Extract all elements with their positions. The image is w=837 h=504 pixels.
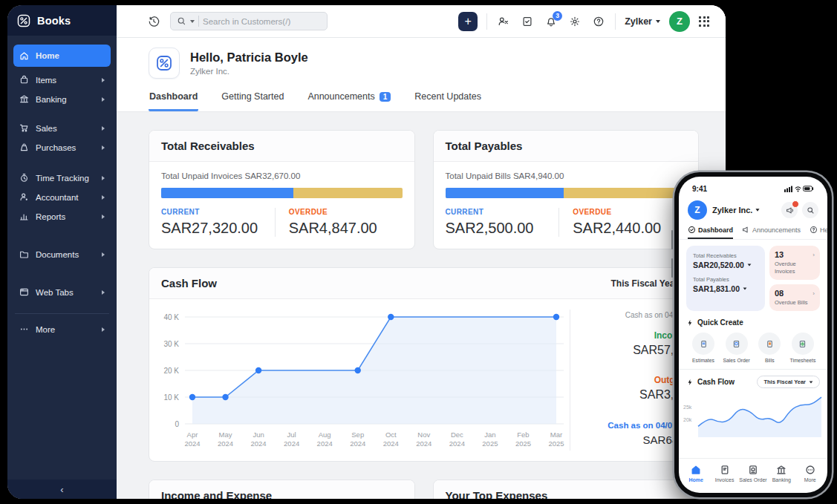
refer-users-button[interactable] [496, 14, 511, 29]
payables-value-dropdown[interactable]: SAR1,831.00 [693, 284, 758, 293]
cash-flow-chart: 010 K20 K30 K40 KApr2024May2024Jun2024Ju… [149, 299, 570, 461]
tab-dashboard[interactable]: Dashboard [149, 85, 198, 111]
home-icon [19, 51, 29, 61]
recent-activities-button[interactable] [146, 14, 161, 29]
phone-org-dropdown[interactable]: Zylker Inc. [712, 206, 760, 215]
collapse-chevron-icon: ‹ [60, 484, 63, 495]
top-expenses-card: Your Top Expenses [433, 480, 700, 499]
notification-dot [792, 200, 799, 208]
history-clock-icon [148, 16, 160, 27]
quick-create-timesheets[interactable]: Timesheets [787, 333, 818, 363]
svg-text:Apr: Apr [187, 431, 198, 439]
sidebar-collapse-button[interactable]: ‹ [7, 480, 117, 499]
sidebar-item-accountant[interactable]: Accountant [13, 188, 111, 206]
bank-icon [19, 94, 29, 104]
svg-text:2025: 2025 [482, 439, 498, 448]
phone-nav-sales-order[interactable]: Sales Order [739, 465, 767, 482]
help-button[interactable] [591, 14, 606, 29]
tab-recent-updates[interactable]: Recent Updates [414, 85, 482, 111]
phone-nav-home[interactable]: Home [682, 465, 710, 482]
sidebar-item-web-tabs[interactable]: Web Tabs [13, 283, 111, 301]
submenu-arrow-icon [102, 145, 105, 150]
phone-announcements-button[interactable] [781, 202, 798, 218]
svg-text:2024: 2024 [284, 439, 299, 448]
payables-label: Total Payables [693, 276, 758, 283]
sidebar-item-banking[interactable]: Banking [13, 90, 111, 108]
sidebar-nav: Home Items Banking Sales Purchases [7, 36, 117, 480]
sidebar-item-label: Accountant [36, 193, 79, 202]
svg-text:Jul: Jul [287, 431, 296, 439]
svg-text:2024: 2024 [184, 439, 200, 448]
phone-summary-cards: Total Receivables SAR20,520.00 Total Pay… [679, 240, 827, 315]
card-title: Income and Expense [149, 480, 414, 499]
overdue-amount: SAR4,847.00 [289, 220, 403, 237]
sidebar-item-purchases[interactable]: Purchases [13, 138, 111, 157]
current-amount: SAR2,500.00 [446, 220, 559, 237]
receivables-value-dropdown[interactable]: SAR20,520.00 [693, 261, 758, 269]
dashboard-content: Total Receivables Total Unpaid Invoices … [117, 112, 726, 499]
check-circle-icon [688, 226, 696, 234]
megaphone-icon [786, 206, 794, 215]
quick-create-button[interactable]: + [458, 12, 478, 31]
chevron-down-icon [810, 381, 813, 383]
sidebar-item-more[interactable]: More [13, 320, 111, 338]
phone-org-avatar[interactable]: Z [688, 200, 707, 220]
sidebar-item-label: Sales [36, 124, 57, 133]
sidebar-item-documents[interactable]: Documents [13, 245, 111, 264]
sidebar-item-home[interactable]: Home [13, 45, 111, 67]
receivables-label: Total Receivables [693, 252, 758, 259]
phone-tab-announcements[interactable]: Announcements [742, 226, 801, 239]
phone-cashflow-title: Cash Flow [697, 378, 735, 386]
stopwatch-icon [19, 173, 29, 183]
search-box[interactable] [170, 12, 328, 30]
quick-create-estimates[interactable]: Estimates [688, 333, 719, 363]
overdue-bills-label: Overdue Bills [775, 299, 815, 307]
gear-icon [569, 16, 581, 27]
question-circle-icon [593, 16, 605, 27]
sidebar-item-sales[interactable]: Sales [13, 119, 111, 137]
overdue-invoices-card[interactable]: 13 › Overdue Invoices [769, 246, 820, 280]
quick-create-bills[interactable]: Bills [754, 333, 785, 363]
sidebar-item-label: Time Tracking [36, 174, 89, 183]
overdue-label: OVERDUE [573, 208, 686, 216]
tasks-button[interactable] [520, 14, 535, 29]
organization-dropdown[interactable]: Zylker [625, 16, 660, 27]
user-avatar[interactable]: Z [669, 11, 690, 32]
overdue-bills-card[interactable]: 08 › Overdue Bills [769, 284, 820, 311]
phone-totals-card: Total Receivables SAR20,520.00 Total Pay… [686, 246, 765, 311]
unpaid-bills-text: Total Unpaid Bills SAR4,940.00 [446, 171, 687, 180]
notifications-button[interactable]: 3 [544, 14, 558, 29]
shopping-bag-icon [19, 75, 29, 85]
chevron-down-icon [656, 20, 660, 23]
search-input[interactable] [203, 17, 321, 26]
tab-getting-started[interactable]: Getting Started [221, 85, 284, 111]
phone-search-button[interactable] [802, 202, 818, 218]
phone-nav-banking[interactable]: Banking [767, 465, 795, 482]
svg-text:0: 0 [175, 420, 179, 428]
search-scope-dropdown-icon[interactable] [190, 20, 195, 23]
chevron-right-icon: › [812, 252, 815, 258]
sidebar-item-label: Items [36, 76, 56, 85]
svg-text:Oct: Oct [385, 431, 397, 439]
apps-grid-icon[interactable] [699, 16, 709, 27]
app-window: Books Home Items Banking Sales [7, 5, 726, 499]
svg-text:2024: 2024 [251, 439, 267, 448]
sidebar-item-time-tracking[interactable]: Time Tracking [13, 168, 111, 187]
quick-create-sales-order[interactable]: Sales Order [721, 333, 752, 363]
sidebar-item-label: Purchases [36, 143, 76, 152]
sidebar-item-reports[interactable]: Reports [13, 207, 111, 226]
tab-announcements[interactable]: Announcements 1 [307, 85, 391, 111]
settings-button[interactable] [567, 14, 582, 29]
phone-nav-more[interactable]: More [796, 465, 824, 482]
phone-tabs: Dashboard Announcements Help [679, 223, 827, 240]
sidebar-item-items[interactable]: Items [13, 71, 111, 89]
phone-fiscal-year-dropdown[interactable]: This Fiscal Year [757, 376, 820, 388]
total-receivables-card: Total Receivables Total Unpaid Invoices … [149, 130, 415, 249]
svg-text:2024: 2024 [218, 439, 233, 448]
phone-nav-invoices[interactable]: Invoices [711, 465, 739, 482]
svg-text:2025: 2025 [515, 439, 531, 448]
phone-tab-help[interactable]: Help [810, 226, 827, 239]
phone-tab-dashboard[interactable]: Dashboard [688, 226, 733, 239]
phone-cash-flow-header: Cash Flow This Fiscal Year [679, 370, 827, 388]
receivables-progress-bar [161, 188, 403, 198]
